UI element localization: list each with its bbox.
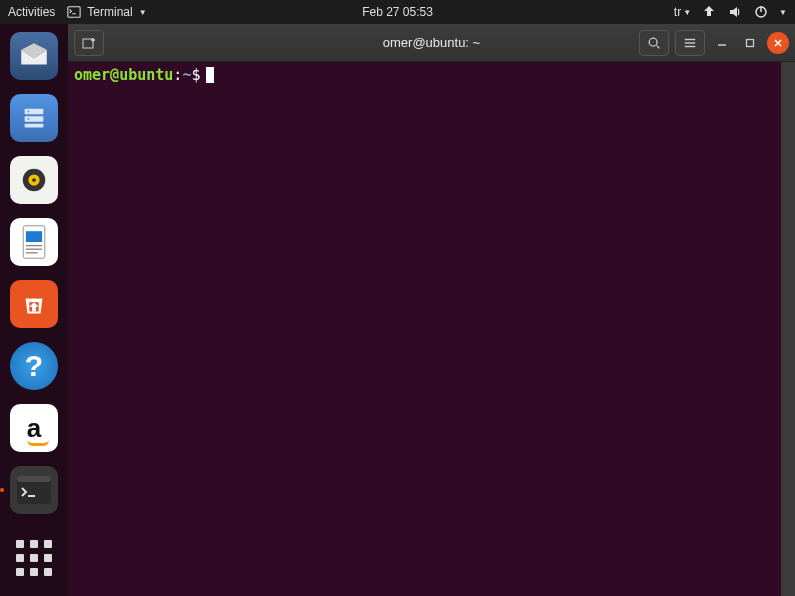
app-menu-label: Terminal bbox=[87, 5, 132, 19]
dock-app-writer[interactable] bbox=[10, 218, 58, 266]
dock-app-amazon[interactable]: a bbox=[10, 404, 58, 452]
new-tab-button[interactable] bbox=[74, 30, 104, 56]
dock: ? a bbox=[0, 24, 68, 596]
terminal-icon bbox=[17, 476, 51, 504]
chevron-down-icon: ▼ bbox=[139, 8, 147, 17]
speaker-icon bbox=[19, 165, 49, 195]
maximize-button[interactable] bbox=[739, 32, 761, 54]
prompt-line: omer@ubuntu:~$ bbox=[74, 66, 775, 84]
close-button[interactable] bbox=[767, 32, 789, 54]
mail-icon bbox=[17, 39, 51, 73]
minimize-button[interactable] bbox=[711, 32, 733, 54]
minimize-icon bbox=[717, 38, 727, 48]
search-button[interactable] bbox=[639, 30, 669, 56]
files-icon bbox=[19, 103, 49, 133]
volume-icon[interactable] bbox=[727, 4, 743, 20]
show-applications-button[interactable] bbox=[10, 534, 58, 582]
apps-grid-icon bbox=[16, 540, 52, 576]
dock-app-software[interactable] bbox=[10, 280, 58, 328]
shopping-bag-icon bbox=[19, 289, 49, 319]
chevron-down-icon: ▼ bbox=[683, 8, 691, 17]
scrollbar[interactable] bbox=[781, 62, 795, 596]
svg-point-7 bbox=[27, 118, 29, 120]
terminal-icon bbox=[67, 5, 81, 19]
keyboard-layout-indicator[interactable]: tr ▼ bbox=[674, 5, 691, 19]
prompt-dollar: $ bbox=[191, 66, 200, 84]
window-title: omer@ubuntu: ~ bbox=[383, 35, 480, 50]
svg-point-20 bbox=[649, 38, 657, 46]
app-menu[interactable]: Terminal ▼ bbox=[67, 5, 146, 19]
running-indicator bbox=[0, 488, 4, 492]
svg-rect-5 bbox=[25, 124, 44, 128]
amazon-icon: a bbox=[27, 413, 41, 444]
svg-point-6 bbox=[27, 111, 29, 113]
prompt-colon: : bbox=[173, 66, 182, 84]
question-icon: ? bbox=[25, 349, 43, 383]
prompt-user-host: omer@ubuntu bbox=[74, 66, 173, 84]
svg-rect-12 bbox=[26, 231, 42, 242]
svg-point-10 bbox=[32, 178, 36, 182]
dock-app-rhythmbox[interactable] bbox=[10, 156, 58, 204]
new-tab-icon bbox=[81, 35, 97, 51]
maximize-icon bbox=[745, 38, 755, 48]
dock-app-help[interactable]: ? bbox=[10, 342, 58, 390]
dock-app-thunderbird[interactable] bbox=[10, 32, 58, 80]
network-icon[interactable] bbox=[701, 4, 717, 20]
menu-button[interactable] bbox=[675, 30, 705, 56]
hamburger-icon bbox=[683, 36, 697, 50]
dock-app-terminal[interactable] bbox=[10, 466, 58, 514]
gnome-top-bar: Activities Terminal ▼ Feb 27 05:53 tr ▼ … bbox=[0, 0, 795, 24]
svg-line-21 bbox=[657, 45, 660, 48]
power-icon[interactable] bbox=[753, 4, 769, 20]
close-icon bbox=[773, 38, 783, 48]
prompt-path: ~ bbox=[182, 66, 191, 84]
system-menu-chevron[interactable]: ▼ bbox=[779, 8, 787, 17]
terminal-title-bar[interactable]: omer@ubuntu: ~ bbox=[68, 24, 795, 62]
svg-rect-26 bbox=[747, 39, 754, 46]
search-icon bbox=[647, 36, 661, 50]
svg-rect-0 bbox=[68, 7, 80, 18]
dock-app-files[interactable] bbox=[10, 94, 58, 142]
clock[interactable]: Feb 27 05:53 bbox=[362, 5, 433, 19]
terminal-body[interactable]: omer@ubuntu:~$ bbox=[68, 62, 795, 596]
terminal-window: omer@ubuntu: ~ omer@ubuntu:~$ bbox=[68, 24, 795, 596]
svg-rect-17 bbox=[17, 476, 51, 482]
text-cursor bbox=[206, 67, 214, 83]
activities-button[interactable]: Activities bbox=[8, 5, 55, 19]
document-icon bbox=[19, 224, 49, 260]
